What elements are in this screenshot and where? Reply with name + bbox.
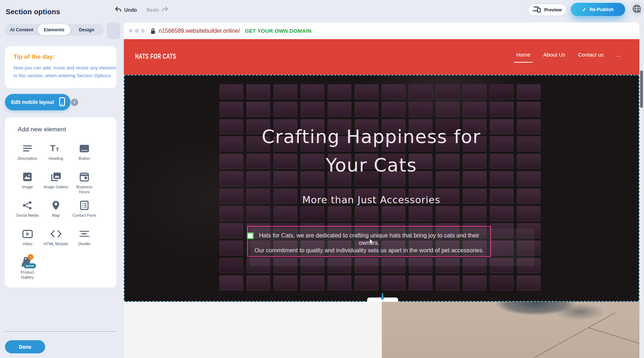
add-element-video[interactable]: Video (13, 225, 42, 253)
add-element-html-module[interactable]: HTML Module (42, 225, 70, 253)
undo-icon[interactable] (115, 6, 122, 14)
background-tile (355, 84, 378, 99)
sidebar-tabs: AI ContentElementsDesign (4, 24, 104, 36)
html-module-icon (51, 228, 62, 240)
background-tile (301, 102, 324, 117)
undo-redo-group: Undo Redo (115, 6, 169, 14)
republish-button[interactable]: ✓ Re-Publish (571, 3, 625, 16)
background-tile (490, 275, 513, 290)
edit-mobile-layout-button[interactable]: Edit mobile layout (5, 94, 70, 110)
background-tile (247, 275, 270, 290)
done-button[interactable]: Done (5, 340, 45, 353)
add-element-social-media[interactable]: Social Media (13, 196, 42, 225)
add-element-divider[interactable]: Divider (70, 225, 99, 253)
hero-heading-line1: Crafting Happiness for (125, 127, 618, 146)
page-scrollbar-thumb[interactable] (640, 70, 643, 108)
background-tile (247, 206, 270, 221)
background-tile (436, 275, 459, 290)
background-tile (409, 275, 432, 290)
info-icon[interactable]: i (71, 99, 78, 106)
nav-item-about-us[interactable]: About Us (543, 50, 565, 63)
background-tile (220, 241, 243, 256)
background-tile (247, 102, 270, 117)
pavement-crack (588, 327, 639, 344)
edit-mobile-label: Edit mobile layout (11, 99, 54, 105)
check-icon: ✓ (582, 7, 586, 12)
browser-dots (129, 29, 145, 33)
add-element-product-gallery[interactable]: ↑SHOPProduct Gallery (13, 253, 42, 282)
add-element-map[interactable]: Map (42, 196, 70, 225)
devices-icon (533, 6, 541, 14)
background-tile (382, 275, 405, 290)
element-label: HTML Module (44, 241, 68, 246)
element-label: Map (52, 213, 59, 218)
background-tile (463, 206, 486, 221)
background-tile (517, 275, 540, 290)
redo-button[interactable]: Redo (147, 7, 159, 13)
background-tile (436, 206, 459, 221)
tip-heading: Tip of the day: (14, 53, 55, 60)
map-pin-icon (52, 199, 59, 211)
add-element-description[interactable]: Description (13, 139, 42, 168)
description-icon (23, 142, 32, 154)
business-hours-icon (80, 171, 89, 183)
element-drag-handle[interactable] (247, 232, 254, 239)
element-label: Heading (49, 156, 63, 161)
svg-text:T: T (50, 144, 56, 153)
preview-button[interactable]: Preview (528, 4, 567, 16)
add-element-image[interactable]: Image (13, 168, 42, 196)
svg-text:т: т (56, 146, 59, 153)
add-element-business-hours[interactable]: Business Hours (70, 168, 99, 196)
tab-ai-content[interactable]: AI Content (5, 24, 38, 35)
tab-design[interactable]: Design (70, 24, 103, 35)
site-header: HATS FOR CATS HomeAbout UsContact us... (124, 39, 639, 75)
background-tile (274, 206, 297, 221)
undo-button[interactable]: Undo (124, 7, 137, 13)
language-globe-button[interactable] (629, 2, 644, 17)
background-tile (301, 275, 324, 290)
element-label: Video (22, 241, 32, 246)
get-domain-link[interactable]: GET YOUR OWN DOMAIN (245, 28, 312, 34)
background-tile (436, 102, 459, 117)
background-tile (463, 102, 486, 117)
browser-chrome: n1566589.websitebuilder.online/ GET YOUR… (124, 22, 639, 39)
nav-item-contact-us[interactable]: Contact us (578, 50, 604, 63)
site-logo[interactable]: HATS FOR CATS (135, 53, 176, 61)
background-tile (382, 84, 405, 99)
lock-icon (151, 28, 155, 34)
tab-elements[interactable]: Elements (38, 24, 70, 35)
element-label: Business Hours (72, 184, 97, 195)
element-label: Image (22, 184, 33, 189)
hero-section[interactable]: Crafting Happiness for Your Cats More th… (124, 75, 639, 302)
background-tile (274, 102, 297, 117)
background-tile (220, 102, 243, 117)
element-grid: DescriptionTтHeadingButtonImageImage Gal… (13, 139, 99, 282)
add-element-heading[interactable]: TтHeading (42, 139, 70, 168)
element-label: Social Media (16, 213, 39, 218)
url-text[interactable]: n1566589.websitebuilder.online/ (159, 28, 240, 34)
republish-label: Re-Publish (590, 7, 614, 12)
element-label: Image Gallery (44, 184, 68, 189)
background-tile (328, 102, 351, 117)
background-tile (220, 275, 243, 290)
redo-icon[interactable] (162, 6, 169, 14)
add-element-image-gallery[interactable]: Image Gallery (42, 168, 70, 196)
background-tile (220, 206, 243, 221)
background-tile (463, 84, 486, 99)
add-element-button[interactable]: Button (70, 139, 99, 168)
background-tile (517, 206, 540, 221)
nav-item-home[interactable]: Home (516, 50, 530, 63)
background-tile (274, 275, 297, 290)
background-tile (409, 84, 432, 99)
background-tile (436, 84, 459, 99)
browser-dot (141, 29, 145, 33)
hero-body-line2: Our commitment to quality and individual… (248, 247, 490, 254)
add-element-title: Add new element (18, 126, 66, 133)
add-element-contact-form[interactable]: Contact Form (70, 196, 99, 225)
browser-dot (129, 29, 133, 33)
preview-label: Preview (544, 7, 561, 12)
shop-badge: SHOP (24, 263, 36, 268)
background-tile (382, 102, 405, 117)
nav-item-more[interactable]: ... (616, 50, 621, 63)
done-label: Done (19, 344, 31, 350)
